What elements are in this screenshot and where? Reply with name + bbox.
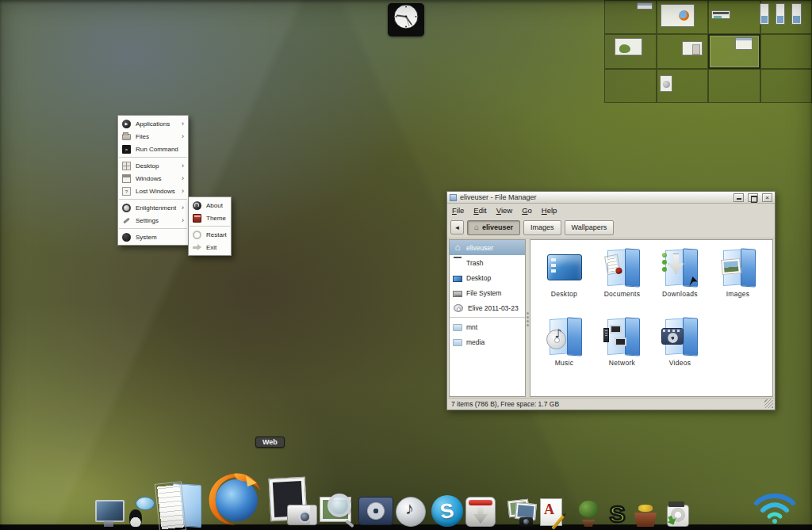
submenu-arrow-icon: › xyxy=(182,162,184,169)
sidebar-item-file-system[interactable]: File System xyxy=(450,285,525,300)
installer-icon[interactable] xyxy=(665,501,691,527)
menu-view[interactable]: View xyxy=(496,206,512,215)
menu-separator xyxy=(119,228,187,229)
menu-item-applications[interactable]: ▶ Applications › xyxy=(118,117,188,130)
pager-cell[interactable] xyxy=(708,69,760,103)
menu-item-enlightenment[interactable]: Enlightenment › xyxy=(118,201,188,214)
wifi-signal-icon[interactable] xyxy=(752,489,798,524)
menu-item-settings[interactable]: Settings › xyxy=(118,214,188,227)
pager-cell[interactable] xyxy=(760,34,812,68)
documents-folder-dock-icon[interactable] xyxy=(155,482,203,527)
sidebar-item-desktop[interactable]: Desktop xyxy=(450,270,525,285)
bonsai-icon[interactable] xyxy=(576,501,602,527)
submenu-arrow-icon: › xyxy=(182,175,184,181)
pager-window-preview xyxy=(637,2,653,10)
pager-cell[interactable] xyxy=(604,69,657,103)
restart-icon xyxy=(193,231,201,239)
main-menu: ▶ Applications › Files › > Run Command D… xyxy=(117,115,189,246)
sidebar-item-trash[interactable]: Trash xyxy=(450,255,525,270)
enlightenment-icon xyxy=(122,204,131,212)
path-button-eliveuser[interactable]: ⌂ eliveuser xyxy=(467,220,520,235)
pager-cell[interactable] xyxy=(760,69,812,103)
submenu-arrow-icon: › xyxy=(182,204,184,211)
pager-window-preview xyxy=(682,41,703,55)
menu-item-system[interactable]: System xyxy=(118,231,188,243)
sidebar-item-elive-cd[interactable]: Elive 2011-03-23 xyxy=(450,300,525,315)
desktop: ▶ Applications › Files › > Run Command D… xyxy=(0,0,812,530)
about-icon xyxy=(193,201,201,210)
network-folder-icon xyxy=(602,317,643,357)
videos-folder-icon xyxy=(660,317,701,357)
file-item-downloads[interactable]: Downloads xyxy=(651,245,709,314)
file-item-music[interactable]: ♪ Music xyxy=(535,314,593,383)
file-grid: Desktop Documents Downloads Ima xyxy=(532,245,771,383)
pager-window-preview xyxy=(776,3,785,25)
downloads-folder-icon xyxy=(660,248,701,288)
firefox-browser-icon[interactable] xyxy=(205,468,264,527)
path-button-wallpapers[interactable]: Wallpapers xyxy=(565,220,615,235)
lost-windows-icon: ? xyxy=(122,187,131,196)
music-cd-icon[interactable]: ♪ xyxy=(396,495,429,527)
sidebar-item-eliveuser[interactable]: ⌂ eliveuser xyxy=(450,240,525,255)
images-folder-icon xyxy=(718,248,759,288)
scribus-icon[interactable]: S xyxy=(604,501,630,527)
close-button[interactable]: × xyxy=(762,193,772,202)
submenu-arrow-icon: › xyxy=(182,120,184,127)
minimize-button[interactable] xyxy=(733,193,744,202)
sidebar-separator xyxy=(450,317,525,318)
home-icon: ⌂ xyxy=(453,243,462,253)
skype-icon[interactable]: S xyxy=(431,495,463,527)
window-titlebar[interactable]: eliveuser - File Manager × xyxy=(447,192,775,204)
back-button[interactable]: ◂ xyxy=(450,220,464,234)
video-player-icon[interactable] xyxy=(358,495,393,527)
drive-icon xyxy=(453,291,462,297)
desktop-icon xyxy=(122,162,131,170)
photo-gallery-icon[interactable] xyxy=(508,500,536,527)
desktop-screen-icon xyxy=(544,248,585,288)
pager-window-preview xyxy=(661,4,695,27)
monitor-terminal-icon[interactable] xyxy=(94,500,124,527)
file-item-videos[interactable]: Videos xyxy=(651,314,709,383)
menu-item-lost-windows[interactable]: ? Lost Windows › xyxy=(118,185,188,197)
menu-item-run-command[interactable]: > Run Command xyxy=(118,143,188,155)
office-writer-icon[interactable]: A xyxy=(538,498,567,527)
menu-item-desktop[interactable]: Desktop › xyxy=(118,159,188,172)
menu-item-files[interactable]: Files › xyxy=(118,130,188,143)
menu-item-windows[interactable]: Windows › xyxy=(118,172,188,185)
file-item-network[interactable]: Network xyxy=(593,314,651,383)
package-manager-icon[interactable] xyxy=(633,503,658,527)
submenu-item-about[interactable]: About xyxy=(189,199,231,212)
file-item-images[interactable]: Images xyxy=(709,245,767,314)
settings-icon xyxy=(122,216,131,225)
path-button-images[interactable]: Images xyxy=(523,220,561,235)
pane-splitter[interactable] xyxy=(526,239,530,397)
menu-file[interactable]: File xyxy=(452,206,464,215)
pager-window-preview xyxy=(791,3,802,25)
menu-edit[interactable]: Edit xyxy=(473,206,486,215)
cdrom-icon xyxy=(454,304,463,312)
system-icon xyxy=(122,233,131,242)
desktop-icon xyxy=(453,276,462,282)
folder-icon xyxy=(453,339,462,346)
photo-camera-icon[interactable] xyxy=(266,478,317,527)
penguin-chat-icon[interactable] xyxy=(126,500,153,527)
exit-icon xyxy=(193,243,201,252)
sidebar-item-media[interactable]: media xyxy=(450,334,525,349)
resize-grip[interactable] xyxy=(764,399,773,408)
transmission-icon[interactable] xyxy=(465,497,496,527)
dock: ♪ S A S xyxy=(94,468,691,527)
file-item-documents[interactable]: Documents xyxy=(593,245,651,314)
menu-go[interactable]: Go xyxy=(522,206,532,215)
submenu-item-restart[interactable]: Restart xyxy=(189,228,231,241)
file-item-desktop[interactable]: Desktop xyxy=(535,245,593,314)
submenu-item-theme[interactable]: Theme xyxy=(189,212,231,224)
enlightenment-submenu: About Theme Restart Exit xyxy=(188,196,232,256)
submenu-arrow-icon: › xyxy=(182,217,184,223)
maximize-button[interactable] xyxy=(748,193,758,202)
image-viewer-icon[interactable] xyxy=(320,494,356,527)
menu-help[interactable]: Help xyxy=(542,206,557,215)
menu-separator xyxy=(190,226,230,227)
sidebar-item-mnt[interactable]: mnt xyxy=(450,319,525,334)
pager-window-preview xyxy=(660,75,672,92)
submenu-item-exit[interactable]: Exit xyxy=(189,241,231,254)
